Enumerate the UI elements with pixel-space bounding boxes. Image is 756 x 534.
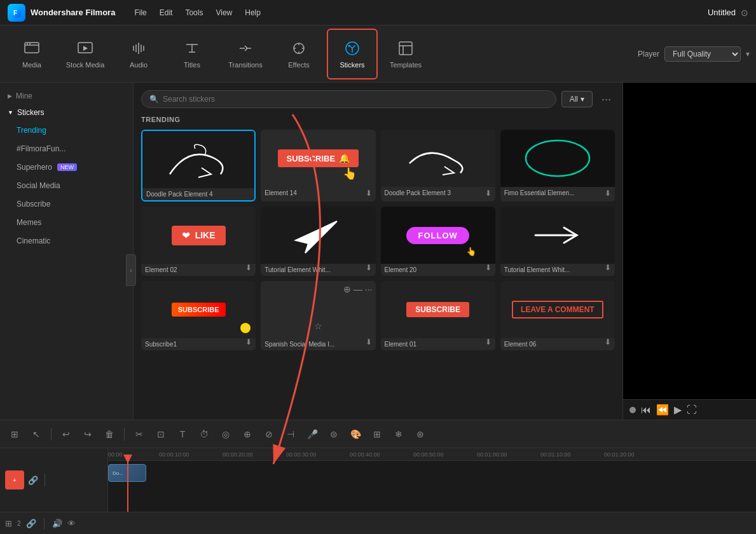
menu-edit[interactable]: Edit [153, 6, 179, 20]
tl-text-button[interactable]: T [173, 425, 192, 444]
menu-view[interactable]: View [209, 6, 238, 20]
sticker-card-element14[interactable]: SUBSCRIBE 🔔 👆 Element 14 ⬇ [261, 130, 375, 202]
tl-undo-button[interactable]: ↩ [57, 425, 76, 444]
menu-tools[interactable]: Tools [179, 6, 209, 20]
tl-transform-button[interactable]: ⊞ [368, 425, 387, 444]
bottom-link-button[interactable]: 🔗 [26, 519, 36, 528]
download-icon-spanish: ⬇ [366, 338, 372, 346]
sticker-card-spanish[interactable]: ⊕ — ··· Spanish Social Media I... ⬇ ☆ [261, 281, 375, 350]
sticker-card-doodle3[interactable]: Doodle Pack Element 3 ⬇ [381, 130, 495, 202]
sticker-label-subscribe1: Subscribe1 [141, 338, 256, 350]
sticker-label-element20: Element 20 [381, 264, 495, 276]
download-icon-element06: ⬇ [605, 338, 611, 346]
tl-motion-button[interactable]: ◎ [216, 425, 235, 444]
sticker-thumb-tutorial-white [261, 207, 375, 264]
toolbar-media[interactable]: Media [6, 29, 57, 79]
tl-select-button[interactable]: ⊞ [5, 425, 24, 444]
tl-freeze-button[interactable]: ❄ [389, 425, 408, 444]
download-icon-doodle3: ⬇ [485, 189, 491, 198]
bottom-grid-button[interactable]: ⊞ [5, 519, 12, 528]
svg-rect-8 [399, 42, 412, 55]
tl-time-button[interactable]: ⏱ [195, 425, 214, 444]
tl-composite-button[interactable]: ⊕ [238, 425, 257, 444]
sidebar-mine-header[interactable]: ▶ Mine [0, 88, 133, 104]
toolbar-templates[interactable]: Templates [380, 29, 431, 79]
sticker-label-element14: Element 14 [261, 187, 375, 199]
toolbar-titles[interactable]: Titles [167, 29, 217, 79]
tl-stabilize-button[interactable]: ⊜ [324, 425, 343, 444]
quality-select[interactable]: Full Quality Half Quality Quarter Qualit… [664, 46, 741, 62]
sticker-card-element01[interactable]: SUBSCRIBE Element 01 ⬇ [381, 281, 495, 350]
toolbar-effects[interactable]: Effects [273, 29, 324, 79]
sidebar-item-filmora-fun[interactable]: #FilmoraFun... [4, 140, 129, 158]
project-title: Untitled [708, 8, 736, 17]
sticker-card-element06[interactable]: LEAVE A COMMENT Element 06 ⬇ [500, 281, 615, 350]
toolbar-stock-media[interactable]: Stock Media [60, 29, 111, 79]
ruler-mark-8: 00:01:20:00 [604, 451, 635, 458]
sticker-label-element02: Element 02 [141, 264, 256, 276]
download-icon-fimo: ⬇ [605, 189, 611, 198]
frame-count: 2 [17, 520, 21, 527]
bottom-volume-button[interactable]: 🔊 [52, 519, 62, 528]
sidebar-item-subscribe[interactable]: Subscribe [4, 195, 129, 213]
bottom-bar: ⊞ 2 🔗 🔊 👁 [0, 512, 756, 534]
sticker-label-spanish: Spanish Social Media I... [261, 338, 375, 350]
clip-label: Do... [113, 470, 123, 476]
timeline-ruler: 00:00 00:00:10:00 00:00:20:00 00:00:30:0… [108, 448, 756, 461]
ruler-mark-5: 00:00:50:00 [413, 451, 444, 458]
title-dropdown-icon[interactable]: ⊙ [741, 8, 748, 18]
sticker-card-tutorial-white[interactable]: Tutorial Element Whit... ⬇ [261, 207, 375, 276]
toolbar-stickers[interactable]: Stickers [327, 29, 378, 79]
sticker-card-subscribe1[interactable]: SUBSCRIBE N Subscribe1 ⬇ [141, 281, 256, 350]
tl-crop-button[interactable]: ⊡ [151, 425, 170, 444]
tl-redo-button[interactable]: ↪ [78, 425, 97, 444]
toolbar-audio[interactable]: Audio [113, 29, 164, 79]
sidebar-item-memes[interactable]: Memes [4, 214, 129, 231]
sticker-thumb-fimo [500, 130, 615, 187]
tl-split-button[interactable]: ⊣ [281, 425, 300, 444]
player-controls: Player Full Quality Half Quality Quarter… [638, 46, 750, 62]
sticker-thumb-doodle3 [381, 130, 495, 187]
add-track-button[interactable]: + [5, 470, 24, 489]
sticker-label-fimo: Fimo Essential Elemen... [500, 187, 615, 199]
sidebar-item-social-media[interactable]: Social Media [4, 177, 129, 195]
player-fullscreen-button[interactable]: ⛶ [687, 404, 697, 416]
sidebar-collapse-button[interactable]: ‹ [126, 254, 136, 286]
sticker-card-tutorial-white2[interactable]: Tutorial Element Whit... ⬇ [500, 207, 615, 276]
search-input[interactable] [163, 95, 548, 104]
stickers-section-label: Stickers [17, 108, 45, 117]
tl-speed-button[interactable]: ⊘ [259, 425, 278, 444]
progress-indicator [629, 407, 636, 413]
filter-button[interactable]: All ▾ [561, 91, 593, 107]
sticker-label-doodle4: Doodle Pack Element 4 [142, 188, 254, 200]
link-button[interactable]: 🔗 [28, 476, 38, 485]
more-options-button[interactable]: ··· [598, 92, 615, 107]
search-icon: 🔍 [149, 95, 159, 104]
player-step-back-button[interactable]: ⏪ [656, 404, 669, 416]
tl-pointer-button[interactable]: ↖ [27, 425, 46, 444]
bottom-eye-button[interactable]: 👁 [67, 519, 76, 528]
menu-file[interactable]: File [128, 6, 153, 20]
sticker-card-doodle4[interactable]: Doodle Pack Element 4 [141, 130, 256, 202]
sticker-card-element20[interactable]: FOLLOW 👆 Element 20 ⬇ [381, 207, 495, 276]
sidebar-item-superhero[interactable]: Superhero NEW [4, 158, 129, 176]
filter-chevron-icon: ▾ [581, 95, 584, 104]
player-play-button[interactable]: ▶ [674, 404, 682, 416]
logo-icon: F [8, 4, 25, 22]
search-input-wrapper: 🔍 [141, 90, 556, 108]
stickers-grid: Doodle Pack Element 4 SUBSCRIBE 🔔 👆 Elem… [141, 130, 615, 350]
tl-voice-button[interactable]: 🎤 [303, 425, 322, 444]
toolbar-transitions[interactable]: Transitions [220, 29, 271, 79]
player-rewind-button[interactable]: ⏮ [641, 404, 651, 416]
menu-help[interactable]: Help [238, 6, 267, 20]
tl-divider-2 [124, 428, 125, 441]
tl-ai-button[interactable]: ⊛ [411, 425, 430, 444]
sticker-card-element02[interactable]: ❤ LIKE Element 02 ⬇ [141, 207, 256, 276]
sidebar-stickers-header[interactable]: ▼ Stickers [0, 104, 133, 121]
tl-color-button[interactable]: 🎨 [346, 425, 365, 444]
sidebar-item-trending[interactable]: Trending [4, 121, 129, 139]
sidebar-item-cinematic[interactable]: Cinematic [4, 232, 129, 250]
tl-delete-button[interactable]: 🗑 [100, 425, 119, 444]
sticker-card-fimo[interactable]: Fimo Essential Elemen... ⬇ [500, 130, 615, 202]
tl-cut-button[interactable]: ✂ [130, 425, 149, 444]
